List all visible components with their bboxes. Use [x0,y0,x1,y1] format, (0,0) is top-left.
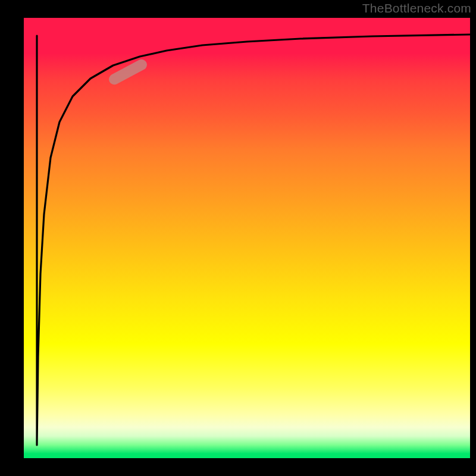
chart-curve-layer [24,18,470,458]
curve-marker [107,58,149,87]
bottleneck-curve [37,35,470,445]
watermark-text: TheBottleneck.com [362,1,471,15]
